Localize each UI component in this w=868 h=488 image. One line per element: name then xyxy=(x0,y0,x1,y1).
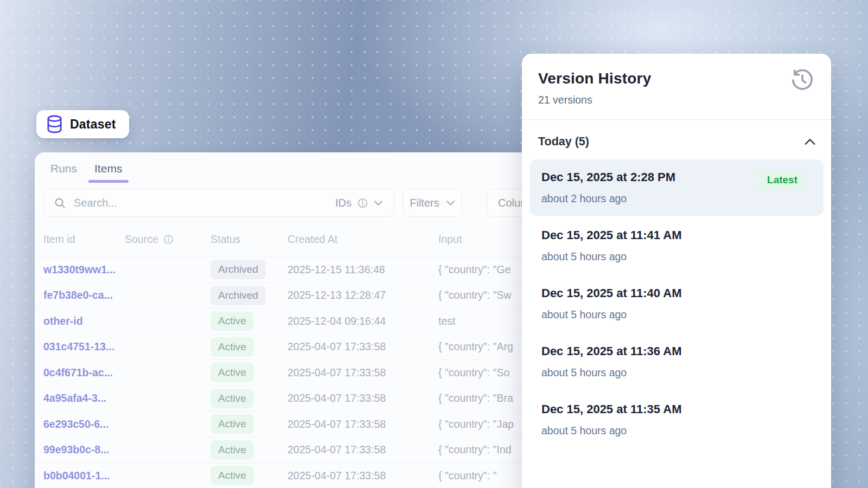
ids-dropdown-label: IDs xyxy=(335,197,352,209)
latest-badge: Latest xyxy=(760,171,805,189)
item-id-link[interactable]: b0b04001-1... xyxy=(43,470,110,481)
created-at-value: 2025-12-04 09:16:44 xyxy=(288,315,386,327)
created-at-value: 2025-04-07 17:33:58 xyxy=(288,341,386,352)
version-history-panel: Version History 21 versions Today (5) De… xyxy=(522,54,831,488)
version-entry[interactable]: Dec 15, 2025 at 11:36 AM about 5 hours a… xyxy=(529,333,824,390)
input-value: { "country": "Jap xyxy=(438,418,514,430)
created-at-value: 2025-12-15 11:36:48 xyxy=(288,264,385,275)
item-id-link[interactable]: 4a95afa4-3... xyxy=(43,392,106,404)
tab-runs[interactable]: Runs xyxy=(50,162,77,183)
version-entry-title: Dec 15, 2025 at 11:41 AM xyxy=(541,228,812,242)
input-value: { "country": "So xyxy=(438,367,509,378)
status-badge: Active xyxy=(210,466,254,485)
input-value: { "country": " xyxy=(438,470,496,481)
status-badge: Active xyxy=(210,337,254,357)
created-at-value: 2025-04-07 17:33:58 xyxy=(288,444,386,455)
column-header-label: Item id xyxy=(43,233,75,246)
version-entry-time: about 5 hours ago xyxy=(541,251,812,263)
version-list: Dec 15, 2025 at 2:28 PM about 2 hours ag… xyxy=(522,157,831,448)
item-id-link[interactable]: other-id xyxy=(43,315,83,327)
today-section-header[interactable]: Today (5) xyxy=(522,120,831,157)
filters-button[interactable]: Filters xyxy=(403,189,462,217)
item-id-link[interactable]: fe7b38e0-ca... xyxy=(43,289,113,301)
status-badge: Active xyxy=(210,389,254,408)
today-section-label: Today (5) xyxy=(538,135,589,149)
version-entry-title: Dec 15, 2025 at 11:36 AM xyxy=(541,344,812,358)
status-badge: Active xyxy=(210,363,254,382)
input-value: { "country": "Sw xyxy=(438,289,512,301)
column-header-label: Status xyxy=(210,233,240,246)
filters-button-label: Filters xyxy=(410,197,439,209)
column-header[interactable]: Created At xyxy=(288,233,438,246)
dataset-badge[interactable]: Dataset xyxy=(36,110,129,138)
column-header[interactable]: Item id xyxy=(43,233,125,246)
column-header-label: Created At xyxy=(288,233,337,246)
version-history-header: Version History 21 versions xyxy=(522,54,831,119)
item-id-link[interactable]: 031c4751-13... xyxy=(43,341,114,352)
input-value: test xyxy=(438,315,455,327)
database-icon xyxy=(46,115,63,133)
item-id-link[interactable]: 6e293c50-6... xyxy=(43,418,108,430)
info-icon xyxy=(163,234,174,245)
version-entry-time: about 5 hours ago xyxy=(541,425,812,437)
input-value: { "country": "Ge xyxy=(438,264,511,275)
input-value: { "country": "Bra xyxy=(438,392,513,404)
history-clock-icon xyxy=(790,68,815,93)
item-id-link[interactable]: 0c4f671b-ac... xyxy=(43,367,113,378)
item-id-link[interactable]: 99e93b0c-8... xyxy=(43,444,109,455)
dataset-badge-label: Dataset xyxy=(70,117,116,132)
status-badge: Archived xyxy=(210,286,266,305)
status-badge: Active xyxy=(210,414,254,434)
status-badge: Active xyxy=(210,440,254,460)
column-header[interactable]: Source xyxy=(125,233,210,246)
input-value: { "country": "Ind xyxy=(438,444,512,455)
column-header-label: Input xyxy=(438,233,462,246)
version-entry[interactable]: Dec 15, 2025 at 11:35 AM about 5 hours a… xyxy=(529,391,824,448)
status-badge: Archived xyxy=(210,260,266,279)
created-at-value: 2025-04-07 17:33:58 xyxy=(288,470,386,481)
input-value: { "country": "Arg xyxy=(438,341,513,352)
version-entry-time: about 5 hours ago xyxy=(541,367,812,379)
version-entry-time: about 2 hours ago xyxy=(541,192,812,205)
tab-items[interactable]: Items xyxy=(94,162,122,183)
version-entry[interactable]: Dec 15, 2025 at 11:40 AM about 5 hours a… xyxy=(529,275,824,332)
version-entry-title: Dec 15, 2025 at 11:35 AM xyxy=(541,402,812,416)
column-header[interactable]: Status xyxy=(210,233,288,246)
created-at-value: 2025-12-13 12:28:47 xyxy=(288,289,386,301)
column-header-label: Source xyxy=(125,233,158,246)
search-input[interactable]: Search... IDs xyxy=(43,189,394,217)
version-count: 21 versions xyxy=(538,94,815,106)
status-badge: Active xyxy=(210,311,254,331)
chevron-up-icon[interactable] xyxy=(804,138,816,145)
created-at-value: 2025-04-07 17:33:58 xyxy=(288,392,386,404)
version-entry-time: about 5 hours ago xyxy=(541,309,812,321)
created-at-value: 2025-04-07 17:33:58 xyxy=(288,418,386,430)
chevron-down-icon xyxy=(374,200,383,206)
search-icon xyxy=(54,197,66,209)
version-history-title: Version History xyxy=(538,70,815,87)
chevron-down-icon xyxy=(446,200,455,206)
version-entry[interactable]: Dec 15, 2025 at 11:41 AM about 5 hours a… xyxy=(529,217,824,274)
created-at-value: 2025-04-07 17:33:58 xyxy=(288,367,386,378)
version-entry-title: Dec 15, 2025 at 11:40 AM xyxy=(541,286,812,300)
info-icon xyxy=(358,198,368,208)
search-placeholder: Search... xyxy=(74,197,335,209)
version-entry[interactable]: Dec 15, 2025 at 2:28 PM about 2 hours ag… xyxy=(529,159,824,216)
ids-dropdown[interactable]: IDs xyxy=(335,197,383,209)
item-id-link[interactable]: w1330t9ww1... xyxy=(43,264,116,275)
